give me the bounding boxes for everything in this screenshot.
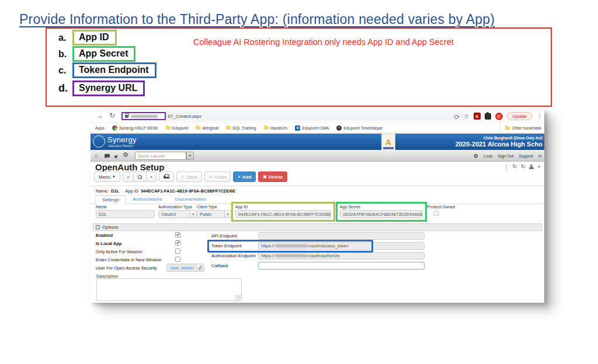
authorization-type-value: OAuth2 bbox=[158, 210, 190, 218]
slide-canvas: Provide Information to the Third-Party A… bbox=[0, 0, 598, 364]
search-icon bbox=[138, 175, 142, 179]
options-header[interactable]: – Options bbox=[93, 223, 542, 231]
previous-record-button[interactable]: ‹ bbox=[123, 172, 134, 182]
record-name-value: D2L bbox=[111, 188, 119, 194]
tab-settings[interactable]: Settings bbox=[95, 195, 126, 204]
callback-input[interactable] bbox=[258, 262, 425, 270]
api-endpoint-input[interactable] bbox=[258, 232, 425, 240]
enabled-label: Enabled bbox=[96, 233, 113, 238]
client-type-group: Client Type Public ▼ bbox=[197, 205, 231, 218]
session-links: ⚙ Lock Sign Out Support H bbox=[473, 150, 541, 162]
other-bookmarks[interactable]: Other bookmark bbox=[500, 123, 541, 133]
lock-link[interactable]: Lock bbox=[484, 154, 492, 158]
person-icon[interactable] bbox=[529, 164, 534, 169]
tab-documentation[interactable]: Documentation bbox=[169, 195, 213, 204]
apps-shortcut[interactable]: Apps bbox=[95, 126, 105, 130]
browser-toolbar: → ↻ ST_Content.aspx ☆ A C Update ⋮ bbox=[91, 110, 544, 123]
bookmark-item[interactable]: Synergy HELP DESK bbox=[112, 125, 158, 131]
bookmark-label: Edupoint TimeKeeper bbox=[343, 126, 383, 130]
adobe-pdf-icon[interactable]: A bbox=[474, 113, 481, 120]
record-summary: Name: D2L App ID 944ECAF1-FA1C-4B19-9F0A… bbox=[96, 188, 235, 194]
refresh-alt-icon[interactable]: ↻ bbox=[521, 163, 526, 170]
password-key-icon[interactable] bbox=[454, 114, 460, 119]
folder-icon bbox=[226, 126, 231, 130]
bookmark-item[interactable]: Edupoint TimeKeeper bbox=[336, 125, 383, 131]
pushpin-icon[interactable]: ⚐ bbox=[164, 164, 168, 170]
delete-label: Delete bbox=[269, 174, 283, 180]
extensions-icon[interactable] bbox=[485, 113, 491, 120]
enabled-checkbox[interactable] bbox=[175, 232, 180, 237]
enter-credentials-label: Enter Credentials In New Window bbox=[96, 257, 161, 262]
bookmark-item[interactable]: HandsOn bbox=[264, 126, 288, 130]
quick-launch-input[interactable] bbox=[135, 152, 186, 160]
kebab-menu-icon[interactable]: ⋮ bbox=[503, 164, 509, 170]
url-path: ST_Content.aspx bbox=[168, 114, 201, 119]
page-title: OpenAuth Setup bbox=[95, 162, 164, 172]
support-link[interactable]: Support bbox=[519, 154, 533, 158]
settings-gear-icon[interactable]: ⚙ bbox=[473, 153, 478, 159]
folder-icon bbox=[505, 127, 510, 130]
enter-credentials-checkbox[interactable] bbox=[175, 257, 180, 262]
sign-out-link[interactable]: Sign Out bbox=[498, 154, 513, 158]
only-active-for-session-checkbox[interactable] bbox=[175, 249, 180, 254]
school-year[interactable]: 2020-2021 Alcona High Scho bbox=[456, 141, 543, 148]
name-input[interactable]: D2L bbox=[96, 210, 155, 218]
save-button[interactable]: ✓ Save bbox=[176, 172, 202, 182]
gears-icon[interactable]: ⚙ bbox=[123, 152, 128, 158]
quick-launch-dropdown[interactable]: ▼ bbox=[186, 152, 194, 160]
x-icon: ✖ bbox=[263, 174, 267, 180]
highlight-box-app-id: App ID bbox=[72, 30, 117, 46]
home-icon[interactable]: ⌂ bbox=[95, 152, 98, 159]
tab-authorizations[interactable]: Authorizations bbox=[126, 195, 169, 204]
browser-menu-icon[interactable]: ⋮ bbox=[537, 113, 542, 119]
open-access-picker[interactable]: User, Admin bbox=[166, 264, 204, 272]
help-link[interactable]: H bbox=[538, 154, 541, 158]
bookmark-star-icon[interactable]: ☆ bbox=[464, 113, 470, 120]
name-field-group: Name D2L bbox=[96, 205, 155, 218]
bookmark-item[interactable]: SQL Training bbox=[226, 126, 256, 130]
client-type-select[interactable]: Public ▼ bbox=[197, 210, 231, 218]
app-id-label: App ID bbox=[235, 205, 331, 209]
is-local-app-checkbox[interactable] bbox=[175, 240, 180, 246]
app-secret-label: App Secret bbox=[340, 205, 423, 209]
record-appid-value: 944ECAF1-FA1C-4B19-9F0A-BC9BFF7CDD6E bbox=[141, 188, 235, 194]
update-button[interactable]: Update bbox=[507, 112, 533, 120]
check-icon: ✓ bbox=[181, 174, 185, 180]
description-textarea[interactable] bbox=[96, 278, 242, 301]
add-button[interactable]: + Add bbox=[233, 172, 256, 182]
colorwheel-icon bbox=[112, 125, 117, 131]
chat-icon[interactable] bbox=[105, 154, 110, 158]
menu-button[interactable]: Menu ▼ bbox=[94, 172, 120, 182]
address-bar[interactable]: ST_Content.aspx bbox=[120, 111, 469, 121]
clock-icon bbox=[336, 125, 342, 131]
list-letter: a. bbox=[58, 33, 72, 43]
app-id-input[interactable]: 944ECAF1-FA1C-4B19-9F0A-BC9BFF7CDD6E bbox=[235, 210, 331, 218]
bookmark-item[interactable]: Edupoint bbox=[166, 126, 189, 130]
token-endpoint-highlight-box bbox=[207, 240, 373, 253]
current-user[interactable]: Chris Burghardt (Show Only Acti bbox=[484, 136, 543, 140]
bookmarks-bar: Apps Synergy HELP DESK Edupoint Artrigin… bbox=[91, 123, 544, 133]
url-suffix: /oauth/authorize bbox=[308, 253, 340, 258]
profile-avatar[interactable]: C bbox=[495, 113, 503, 120]
product-owned-checkbox[interactable] bbox=[434, 211, 439, 216]
forward-icon[interactable]: → bbox=[96, 111, 103, 120]
browser-screenshot: → ↻ ST_Content.aspx ☆ A C Update ⋮ App bbox=[91, 110, 544, 303]
bookmark-label: Synergy HELP DESK bbox=[119, 126, 158, 130]
authorization-endpoint-input[interactable]: https:// /oauth/authorize bbox=[258, 252, 425, 260]
chevron-down-icon[interactable]: ▼ bbox=[537, 165, 541, 169]
find-record-button[interactable] bbox=[133, 172, 147, 182]
reload-icon[interactable]: ↻ bbox=[109, 111, 115, 120]
undo-button[interactable]: ↩ Undo bbox=[204, 172, 231, 182]
bookmark-item[interactable]: Artriginal bbox=[196, 126, 218, 130]
print-button[interactable] bbox=[159, 172, 174, 182]
attach-button[interactable] bbox=[197, 264, 204, 272]
next-record-button[interactable]: › bbox=[146, 172, 157, 182]
api-endpoint-row: API Endpoint bbox=[211, 232, 425, 240]
delete-button[interactable]: ✖ Delete bbox=[258, 172, 287, 182]
pin-icon[interactable]: ▶ bbox=[113, 152, 120, 159]
refresh-icon[interactable]: ↻ bbox=[512, 163, 517, 170]
bookmark-item[interactable]: O Edupoint OWA bbox=[295, 125, 329, 131]
app-secret-input[interactable]: 1E02A7FB7ADA4CF8824673D2D94A08 bbox=[340, 210, 423, 218]
authorization-type-select[interactable]: OAuth2 ▼ bbox=[158, 210, 197, 218]
bookmark-label: HandsOn bbox=[270, 126, 288, 130]
